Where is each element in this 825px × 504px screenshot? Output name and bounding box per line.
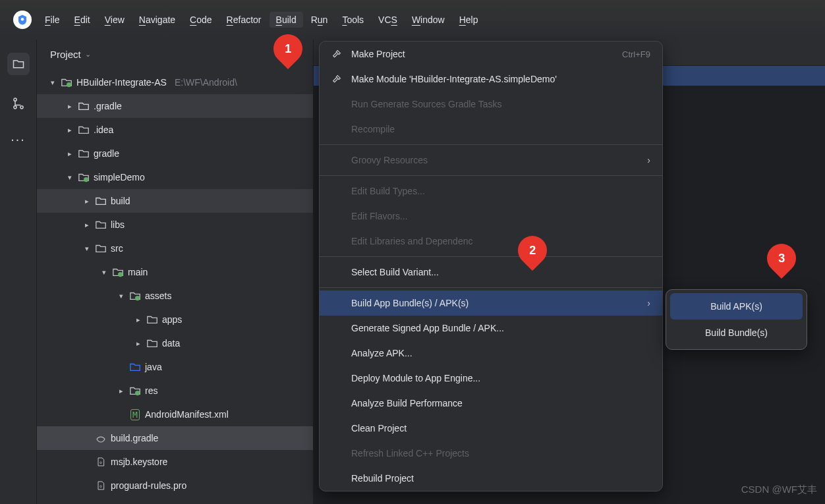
svg-point-2 (13, 106, 16, 109)
menu-item-build-app-bundle-s-apk-s-[interactable]: Build App Bundle(s) / APK(s)› (320, 291, 662, 316)
hammer-icon (331, 74, 346, 84)
tree-item-label: build.gradle (111, 433, 158, 443)
tree-item-label: assets (145, 291, 171, 301)
submenu-item-build-bundle-s-[interactable]: Build Bundle(s) (670, 320, 803, 346)
module-icon (129, 290, 141, 302)
chevron-icon: ▸ (83, 197, 91, 206)
svg-point-1 (13, 98, 16, 101)
tree-item-label: java (145, 362, 162, 372)
tree-item-res[interactable]: ▸res (37, 379, 313, 403)
tree-item-libs[interactable]: ▸libs (37, 213, 313, 237)
folder-icon (95, 219, 107, 231)
svg-point-0 (21, 18, 24, 21)
tree-item--gradle[interactable]: ▸.gradle (37, 94, 313, 118)
chevron-icon: ▾ (66, 173, 74, 182)
app-logo (13, 11, 32, 29)
chevron-right-icon: › (647, 298, 650, 308)
menu-item-deploy-module-to-app-engine-[interactable]: Deploy Module to App Engine... (320, 366, 662, 391)
folder-b-icon (129, 361, 141, 373)
folder-o-icon (78, 100, 90, 112)
watermark: CSDN @WF艾丰 (741, 484, 817, 496)
folder-icon (146, 337, 158, 349)
file-icon (95, 480, 107, 491)
menu-item-label: Deploy Module to App Engine... (351, 373, 480, 383)
menu-item-rebuild-project[interactable]: Rebuild Project (320, 466, 662, 491)
menu-item-select-build-variant-[interactable]: Select Build Variant... (320, 260, 662, 285)
menu-window[interactable]: Window (412, 14, 445, 25)
menu-item-make-module-hbuilder-integrate-as-simpledemo-[interactable]: Make Module 'HBuilder-Integrate-AS.simpl… (320, 67, 662, 92)
menu-item-label: Recompile (351, 124, 395, 134)
menu-item-edit-libraries-and-dependenc: Edit Libraries and Dependenc (320, 229, 662, 254)
tree-item-androidmanifest-xml[interactable]: MAndroidManifest.xml (37, 403, 313, 426)
svg-point-5 (84, 177, 88, 182)
build-menu-popup: Make ProjectCtrl+F9Make Module 'HBuilder… (319, 41, 663, 491)
chevron-icon: ▸ (66, 102, 74, 111)
menu-item-analyze-build-performance[interactable]: Analyze Build Performance (320, 391, 662, 416)
menu-item-generate-signed-app-bundle-apk-[interactable]: Generate Signed App Bundle / APK... (320, 316, 662, 341)
menu-item-label: Edit Build Types... (351, 186, 425, 196)
svg-point-7 (135, 296, 140, 300)
menu-item-label: Analyze APK... (351, 348, 412, 358)
tree-item-proguard-rules-pro[interactable]: proguard-rules.pro (37, 474, 313, 497)
svg-point-3 (20, 106, 22, 109)
menu-view[interactable]: View (105, 14, 125, 25)
tree-item-build-gradle[interactable]: build.gradle (37, 426, 313, 450)
tree-item-label: main (128, 267, 148, 277)
menu-item-label: Generate Signed App Bundle / APK... (351, 323, 504, 333)
tree-item-label: apps (162, 314, 182, 325)
svg-point-8 (135, 391, 140, 395)
project-tool-button[interactable] (7, 53, 30, 75)
shortcut: Ctrl+F9 (622, 49, 650, 59)
tree-item-label: .gradle (94, 101, 122, 111)
menu-item-label: Rebuild Project (351, 473, 414, 484)
menu-item-run-generate-sources-gradle-tasks: Run Generate Sources Gradle Tasks (320, 92, 662, 117)
tree-item-hbuilder-integrate-as[interactable]: ▾HBuilder-Integrate-ASE:\WF\Android\ (37, 70, 313, 94)
menu-item-label: Edit Flavors... (351, 211, 408, 221)
structure-tool-button[interactable] (7, 92, 30, 115)
menu-vcs[interactable]: VCS (378, 14, 397, 25)
more-tools-button[interactable]: ··· (11, 132, 26, 147)
tree-item--idea[interactable]: ▸.idea (37, 118, 313, 142)
folder-icon (78, 124, 90, 136)
menu-item-label: Run Generate Sources Gradle Tasks (351, 99, 502, 109)
tree-item-data[interactable]: ▸data (37, 331, 313, 355)
menu-file[interactable]: File (45, 14, 60, 25)
menu-item-label: Refresh Linked C++ Projects (351, 448, 469, 459)
menu-item-make-project[interactable]: Make ProjectCtrl+F9 (320, 42, 662, 67)
tree-item-apps[interactable]: ▸apps (37, 308, 313, 331)
tree-item-build[interactable]: ▸build (37, 189, 313, 213)
svg-point-6 (118, 272, 123, 277)
tree-item-label: gradle (94, 148, 119, 159)
submenu-item-build-apk-s-[interactable]: Build APK(s) (670, 293, 803, 320)
menu-item-refresh-linked-c-projects: Refresh Linked C++ Projects (320, 441, 662, 466)
menu-navigate[interactable]: Navigate (139, 14, 175, 25)
menu-code[interactable]: Code (190, 14, 212, 25)
tree-item-label: libs (111, 219, 125, 230)
menu-item-analyze-apk-[interactable]: Analyze APK... (320, 341, 662, 366)
menu-edit[interactable]: Edit (74, 14, 90, 25)
tree-item-java[interactable]: java (37, 355, 313, 379)
project-label: Project (50, 49, 81, 60)
tree-item-src[interactable]: ▾src (37, 237, 313, 260)
menu-item-label: Clean Project (351, 423, 407, 434)
menu-run[interactable]: Run (311, 14, 328, 25)
menu-refactor[interactable]: Refactor (227, 14, 262, 25)
menu-help[interactable]: Help (459, 14, 478, 25)
project-view-selector[interactable]: Project ⌄ (37, 40, 313, 70)
menu-item-label: Analyze Build Performance (351, 398, 463, 408)
tree-item-assets[interactable]: ▾assets (37, 284, 313, 308)
menu-item-recompile: Recompile (320, 117, 662, 142)
menu-item-edit-flavors-: Edit Flavors... (320, 204, 662, 229)
tree-item-gradle[interactable]: ▸gradle (37, 142, 313, 165)
chevron-icon: ▾ (117, 292, 125, 300)
left-tool-rail: ··· (0, 40, 37, 504)
tree-item-simpledemo[interactable]: ▾simpleDemo (37, 165, 313, 189)
menu-item-groovy-resources: Groovy Resources› (320, 148, 662, 173)
module-icon (61, 76, 72, 88)
menu-tools[interactable]: Tools (342, 14, 364, 25)
chevron-icon: ▾ (49, 78, 57, 87)
menu-build[interactable]: Build (270, 12, 303, 28)
menu-item-clean-project[interactable]: Clean Project (320, 416, 662, 441)
tree-item-msjb-keystore[interactable]: msjb.keystore (37, 450, 313, 474)
tree-item-main[interactable]: ▾main (37, 260, 313, 284)
